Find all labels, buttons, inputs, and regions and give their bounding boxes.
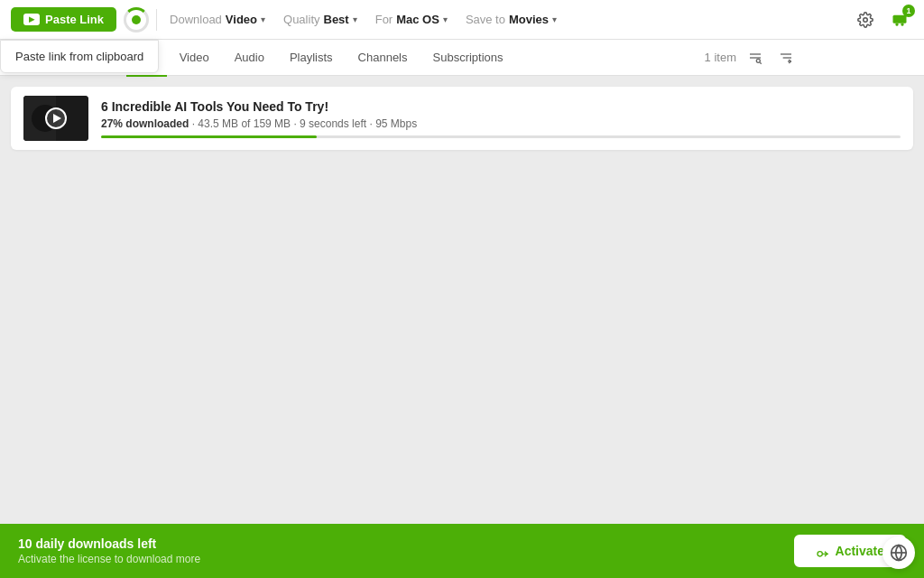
- activate-label: Activate: [836, 544, 884, 558]
- svg-point-10: [818, 552, 822, 556]
- tab-playlists[interactable]: Playlists: [277, 41, 346, 77]
- save-to-label: Save to: [466, 13, 505, 26]
- loading-spinner: [124, 7, 149, 33]
- download-type-value: Video: [226, 13, 257, 26]
- sort-icon: [779, 51, 793, 65]
- paste-link-dropdown[interactable]: Paste link from clipboard: [0, 40, 159, 73]
- quality-label: Quality: [283, 13, 319, 26]
- svg-point-3: [756, 59, 760, 62]
- toolbar-divider: [156, 9, 157, 31]
- globe-icon: [890, 544, 908, 562]
- play-overlay: [45, 107, 67, 129]
- globe-button[interactable]: [882, 536, 915, 569]
- download-item: 6 Incredible AI Tools You Need To Try! 2…: [11, 87, 913, 150]
- gear-icon: [857, 12, 873, 28]
- item-info: 6 Incredible AI Tools You Need To Try! 2…: [101, 99, 901, 138]
- download-type-option[interactable]: Download Video ▾: [164, 9, 271, 30]
- downloads-left-title: 10 daily downloads left: [18, 536, 794, 551]
- bottom-bar-text: 10 daily downloads left Activate the lic…: [18, 536, 794, 565]
- for-chevron: ▾: [443, 14, 448, 24]
- settings-button[interactable]: [852, 6, 879, 33]
- tab-audio[interactable]: Audio: [222, 41, 277, 77]
- notification-badge: 1: [902, 5, 915, 17]
- youtube-icon: ▶: [23, 14, 40, 25]
- save-to-chevron: ▾: [552, 14, 557, 24]
- play-triangle: [53, 114, 61, 123]
- download-type-chevron: ▾: [261, 14, 265, 24]
- tab-subscriptions[interactable]: Subscriptions: [420, 41, 516, 77]
- item-status: 27% downloaded · 43.5 MB of 159 MB · 9 s…: [101, 117, 901, 130]
- bottom-bar: 10 daily downloads left Activate the lic…: [0, 524, 924, 578]
- search-list-button[interactable]: [744, 46, 767, 70]
- tabs-actions: 1 item: [705, 46, 798, 70]
- for-option[interactable]: For Mac OS ▾: [370, 9, 453, 30]
- paste-link-label: Paste Link: [45, 13, 104, 26]
- quality-value: Best: [324, 13, 349, 26]
- spinner-inner: [132, 15, 141, 24]
- for-label: For: [375, 13, 393, 26]
- download-percent: 27% downloaded: [101, 117, 189, 130]
- notifications-button[interactable]: 1: [886, 6, 913, 33]
- thumbnail: [23, 96, 88, 141]
- tab-channels[interactable]: Channels: [346, 41, 420, 77]
- quality-chevron: ▾: [353, 14, 357, 24]
- svg-line-4: [760, 62, 761, 63]
- download-detail: · 43.5 MB of 159 MB · 9 seconds left · 9…: [189, 117, 417, 130]
- toolbar: ▶ Paste Link Download Video ▾ Quality Be…: [0, 0, 924, 40]
- item-title: 6 Incredible AI Tools You Need To Try!: [101, 99, 901, 114]
- quality-option[interactable]: Quality Best ▾: [278, 9, 363, 30]
- main-content: 6 Incredible AI Tools You Need To Try! 2…: [0, 76, 924, 524]
- save-to-option[interactable]: Save to Movies ▾: [460, 9, 562, 30]
- progress-bar-container: [101, 135, 901, 138]
- for-value: Mac OS: [396, 13, 439, 26]
- svg-point-0: [864, 17, 868, 22]
- toolbar-icons: 1: [852, 6, 913, 33]
- item-count: 1 item: [705, 51, 736, 64]
- progress-bar-fill: [101, 135, 317, 138]
- paste-dropdown-text: Paste link from clipboard: [15, 50, 143, 63]
- search-list-icon: [748, 51, 762, 65]
- tab-video[interactable]: Video: [167, 41, 222, 77]
- sort-button[interactable]: [774, 46, 798, 70]
- download-label: Download: [170, 13, 222, 26]
- paste-link-button[interactable]: ▶ Paste Link: [11, 7, 116, 32]
- key-icon: [816, 544, 830, 558]
- save-to-value: Movies: [509, 13, 549, 26]
- activate-subtitle: Activate the license to download more: [18, 553, 794, 565]
